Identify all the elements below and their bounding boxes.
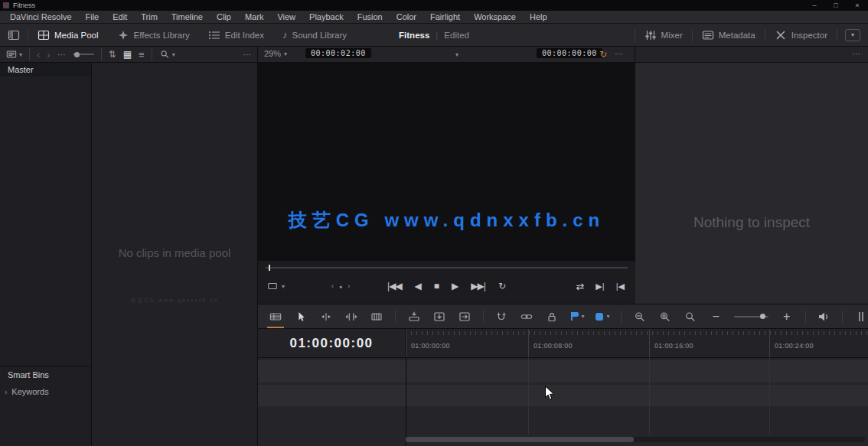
full-extent-zoom-button[interactable] — [633, 308, 647, 325]
loop-playback-button[interactable]: ↻ — [498, 281, 506, 291]
menu-mark[interactable]: Mark — [238, 12, 270, 21]
timeline-toolbar: ▾ ▾ − + — [258, 304, 868, 329]
viewer-scrubber-bar[interactable] — [266, 267, 628, 269]
inspector-options-button[interactable]: ··· — [852, 49, 860, 58]
viewer-current-timecode[interactable]: 00:00:00:00 — [537, 48, 602, 58]
link-chain-icon — [520, 311, 533, 322]
previous-edit-button[interactable]: |◀ — [616, 282, 625, 291]
list-view-button[interactable]: ≡ — [139, 49, 145, 60]
linked-selection-button[interactable] — [520, 308, 534, 325]
play-reverse-button[interactable]: ◀ — [415, 281, 421, 291]
flag-clip-dropdown[interactable]: ▾ — [570, 308, 584, 325]
menu-timeline[interactable]: Timeline — [165, 12, 210, 21]
last-frame-button[interactable]: ▶▶| — [471, 281, 485, 291]
viewer-zoom-dropdown[interactable]: 29% ▾ — [264, 49, 287, 58]
metadata-button[interactable]: Metadata — [693, 24, 765, 46]
add-marker-dropdown[interactable]: ▾ — [596, 308, 609, 325]
timeline-select-dropdown[interactable]: ▾ — [455, 51, 458, 58]
inspector-panel: Nothing to inspect — [635, 63, 868, 304]
handle-bar — [862, 312, 863, 321]
timeline-hscrollbar-thumb[interactable] — [406, 437, 634, 442]
overwrite-clip-button[interactable] — [432, 308, 446, 325]
media-pool-panel[interactable]: No clips in media pool 技艺CG www.qdnxxfb.… — [92, 63, 258, 446]
play-button[interactable]: ▶ — [452, 281, 458, 291]
menu-fairlight[interactable]: Fairlight — [423, 12, 467, 21]
minimize-button[interactable]: – — [804, 2, 825, 9]
timeline-options-handle[interactable] — [854, 308, 868, 325]
media-pool-options-button[interactable]: ··· — [243, 50, 251, 59]
mixer-button[interactable]: Mixer — [635, 24, 692, 46]
detail-zoom-button[interactable] — [658, 308, 672, 325]
smart-bins-header[interactable]: Smart Bins — [8, 370, 49, 379]
menu-davinci-resolve[interactable]: DaVinci Resolve — [3, 12, 79, 21]
dynamic-trim-mode-button[interactable] — [344, 308, 358, 325]
menu-fusion[interactable]: Fusion — [351, 12, 390, 21]
next-edit-button[interactable]: ▶| — [596, 282, 604, 291]
maximize-button[interactable]: □ — [825, 2, 847, 9]
video-track-lane[interactable] — [258, 360, 868, 383]
zoom-in-button[interactable]: + — [780, 308, 794, 325]
bin-more-options-button[interactable]: ··· — [57, 50, 66, 59]
loop-region-button[interactable]: ⇄ — [576, 281, 584, 292]
menu-playback[interactable]: Playback — [302, 12, 351, 21]
menu-color[interactable]: Color — [390, 12, 423, 21]
timeline-timecode-display[interactable]: 01:00:00:00 — [258, 329, 406, 357]
media-pool-panel-toggle-button[interactable] — [0, 24, 28, 46]
menu-edit[interactable]: Edit — [106, 12, 134, 21]
close-button[interactable]: × — [847, 2, 868, 9]
selection-mode-button[interactable] — [294, 308, 308, 325]
bin-view-dropdown[interactable]: ▾ — [6, 50, 22, 59]
timeline-tracks-area[interactable] — [258, 358, 868, 446]
timeline-view-options-button[interactable] — [269, 308, 282, 325]
media-pool-button[interactable]: Media Pool — [28, 24, 108, 46]
menu-workspace[interactable]: Workspace — [467, 12, 523, 21]
bin-forward-button[interactable]: › — [47, 49, 50, 60]
insert-clip-icon — [408, 311, 420, 322]
bin-master[interactable]: Master — [0, 63, 91, 77]
ruler-major-tick — [649, 329, 650, 357]
custom-zoom-button[interactable] — [684, 308, 697, 325]
timeline-zoom-slider[interactable] — [734, 316, 768, 317]
menu-clip[interactable]: Clip — [210, 12, 238, 21]
menu-trim[interactable]: Trim — [134, 12, 165, 21]
media-pool-search-button[interactable]: ▾ — [159, 50, 175, 59]
viewer-options-button[interactable]: ··· — [615, 49, 623, 58]
position-lock-button[interactable] — [545, 308, 559, 325]
sub-toolbar-divider — [29, 48, 30, 60]
menu-view[interactable]: View — [270, 12, 302, 21]
sound-library-button[interactable]: ♪ Sound Library — [273, 24, 356, 46]
timeline-ruler[interactable]: 01:00:00:00 01:00:08:00 01:00:16:00 01:0… — [406, 329, 868, 357]
replace-clip-button[interactable] — [458, 308, 472, 325]
edit-index-button[interactable]: Edit Index — [199, 24, 273, 46]
viewer-aspect-dropdown[interactable]: ▾ — [267, 282, 285, 291]
viewer-playhead[interactable] — [269, 265, 270, 271]
menu-file[interactable]: File — [79, 12, 106, 21]
stop-button[interactable]: ■ — [434, 281, 439, 291]
zoom-out-button[interactable]: − — [709, 308, 723, 325]
first-frame-button[interactable]: |◀◀ — [387, 281, 402, 291]
inspector-button[interactable]: Inspector — [765, 24, 837, 46]
insert-clip-button[interactable] — [407, 308, 421, 325]
media-pool-empty-message: No clips in media pool — [92, 246, 257, 259]
sort-order-button[interactable]: ⇅ — [109, 49, 116, 60]
workspace-layout-dropdown[interactable]: ▾ — [845, 29, 860, 41]
jog-control[interactable]: ‹ ● › — [331, 282, 350, 290]
trim-edit-mode-button[interactable] — [319, 308, 333, 325]
audio-monitor-button[interactable] — [817, 308, 830, 325]
viewer-video-area[interactable]: 技艺CG www.qdnxxfb.cn — [258, 63, 635, 261]
slider-knob[interactable] — [74, 52, 80, 57]
snapping-button[interactable] — [494, 308, 508, 325]
effects-library-button[interactable]: Effects Library — [108, 24, 199, 46]
speaker-icon — [817, 311, 830, 322]
bin-back-button[interactable]: ‹ — [37, 49, 40, 60]
match-frame-loop-icon[interactable]: ↻ — [599, 49, 607, 60]
viewer-duration-timecode[interactable]: 00:00:02:00 — [305, 48, 371, 58]
thumbnail-size-slider[interactable] — [73, 54, 94, 55]
menu-help[interactable]: Help — [523, 12, 554, 21]
zoom-slider-knob[interactable] — [760, 314, 765, 319]
audio-track-lane[interactable] — [258, 385, 868, 406]
blade-edit-mode-button[interactable] — [370, 308, 383, 325]
keywords-group[interactable]: › Keywords — [5, 387, 49, 396]
interface-toolbar: Media Pool Effects Library Edit Index ♪ … — [0, 24, 868, 47]
thumbnail-view-button[interactable]: ▦ — [123, 49, 132, 60]
